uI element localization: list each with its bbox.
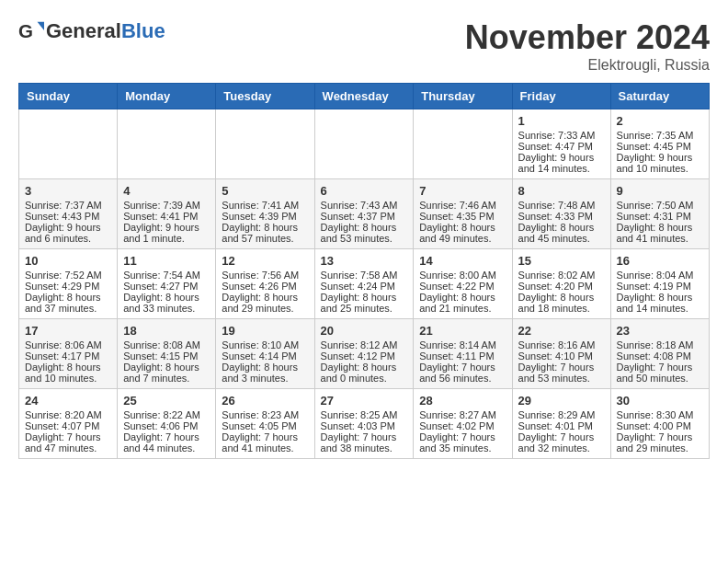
calendar-cell: 27Sunrise: 8:25 AMSunset: 4:03 PMDayligh… — [314, 389, 414, 459]
calendar-cell: 25Sunrise: 8:22 AMSunset: 4:06 PMDayligh… — [118, 389, 216, 459]
weekday-header-monday: Monday — [118, 84, 216, 109]
day-info: Sunrise: 8:10 AM — [222, 339, 308, 350]
day-info: Sunrise: 7:41 AM — [222, 200, 308, 211]
day-number: 14 — [419, 254, 506, 268]
day-info: Daylight: 8 hours and 25 minutes. — [321, 292, 408, 314]
calendar-cell: 4Sunrise: 7:39 AMSunset: 4:41 PMDaylight… — [118, 179, 216, 249]
day-info: Daylight: 7 hours and 35 minutes. — [419, 431, 506, 454]
logo-text: GeneralBlue — [46, 21, 165, 41]
day-number: 29 — [518, 394, 605, 408]
calendar-row: 3Sunrise: 7:37 AMSunset: 4:43 PMDaylight… — [19, 179, 710, 249]
calendar-body: 1Sunrise: 7:33 AMSunset: 4:47 PMDaylight… — [19, 109, 710, 459]
day-info: Sunrise: 7:58 AM — [321, 270, 408, 281]
calendar-cell: 11Sunrise: 7:54 AMSunset: 4:27 PMDayligh… — [118, 249, 216, 319]
day-info: Sunrise: 7:39 AM — [123, 200, 210, 211]
day-info: Daylight: 8 hours and 53 minutes. — [321, 222, 408, 244]
weekday-header-tuesday: Tuesday — [216, 84, 314, 109]
calendar-cell: 30Sunrise: 8:30 AMSunset: 4:00 PMDayligh… — [610, 389, 709, 459]
day-info: Sunset: 4:37 PM — [321, 211, 408, 222]
day-number: 8 — [518, 184, 605, 198]
calendar-cell: 8Sunrise: 7:48 AMSunset: 4:33 PMDaylight… — [512, 179, 610, 249]
calendar-cell — [216, 109, 314, 179]
day-number: 19 — [222, 324, 308, 338]
day-info: Daylight: 8 hours and 29 minutes. — [222, 292, 308, 314]
day-number: 25 — [123, 394, 210, 408]
calendar-row: 10Sunrise: 7:52 AMSunset: 4:29 PMDayligh… — [19, 249, 710, 319]
day-info: Daylight: 9 hours and 10 minutes. — [617, 152, 703, 174]
day-info: Daylight: 7 hours and 56 minutes. — [419, 362, 506, 384]
day-info: Sunset: 4:14 PM — [222, 350, 308, 362]
day-info: Sunrise: 8:29 AM — [518, 409, 605, 420]
calendar-cell: 23Sunrise: 8:18 AMSunset: 4:08 PMDayligh… — [610, 319, 709, 389]
day-info: Sunset: 4:03 PM — [321, 420, 408, 431]
day-info: Sunrise: 8:25 AM — [321, 409, 408, 420]
logo: G GeneralBlue — [18, 18, 165, 44]
day-info: Sunset: 4:11 PM — [419, 350, 506, 362]
day-info: Sunset: 4:10 PM — [518, 350, 605, 362]
logo-blue-text: Blue — [121, 19, 165, 42]
calendar-cell: 24Sunrise: 8:20 AMSunset: 4:07 PMDayligh… — [19, 389, 118, 459]
day-info: Sunrise: 8:08 AM — [123, 339, 210, 350]
day-info: Sunrise: 8:22 AM — [123, 409, 210, 420]
day-info: Daylight: 8 hours and 37 minutes. — [25, 292, 111, 314]
calendar-cell: 16Sunrise: 8:04 AMSunset: 4:19 PMDayligh… — [610, 249, 709, 319]
day-info: Sunrise: 8:04 AM — [617, 270, 703, 281]
day-number: 10 — [25, 254, 111, 268]
day-info: Sunset: 4:06 PM — [123, 420, 210, 431]
day-info: Daylight: 8 hours and 57 minutes. — [222, 222, 308, 244]
day-info: Sunset: 4:47 PM — [518, 141, 605, 152]
calendar-cell: 29Sunrise: 8:29 AMSunset: 4:01 PMDayligh… — [512, 389, 610, 459]
calendar-cell — [19, 109, 118, 179]
day-number: 24 — [25, 394, 111, 408]
calendar-cell: 10Sunrise: 7:52 AMSunset: 4:29 PMDayligh… — [19, 249, 118, 319]
day-number: 22 — [518, 324, 605, 338]
calendar-cell: 17Sunrise: 8:06 AMSunset: 4:17 PMDayligh… — [19, 319, 118, 389]
day-number: 17 — [25, 324, 111, 338]
day-number: 13 — [321, 254, 408, 268]
day-info: Sunrise: 8:14 AM — [419, 339, 506, 350]
day-number: 11 — [123, 254, 210, 268]
day-info: Daylight: 7 hours and 53 minutes. — [518, 362, 605, 384]
calendar-cell: 22Sunrise: 8:16 AMSunset: 4:10 PMDayligh… — [512, 319, 610, 389]
day-info: Sunset: 4:19 PM — [617, 281, 703, 292]
weekday-header-row: SundayMondayTuesdayWednesdayThursdayFrid… — [19, 84, 710, 109]
calendar-row: 1Sunrise: 7:33 AMSunset: 4:47 PMDaylight… — [19, 109, 710, 179]
day-info: Sunrise: 7:46 AM — [419, 200, 506, 211]
day-info: Sunrise: 7:56 AM — [222, 270, 308, 281]
day-info: Daylight: 7 hours and 41 minutes. — [222, 431, 308, 454]
day-number: 5 — [222, 184, 308, 198]
calendar-cell — [414, 109, 512, 179]
calendar-cell: 6Sunrise: 7:43 AMSunset: 4:37 PMDaylight… — [314, 179, 414, 249]
day-info: Sunrise: 7:43 AM — [321, 200, 408, 211]
calendar-cell: 14Sunrise: 8:00 AMSunset: 4:22 PMDayligh… — [414, 249, 512, 319]
day-info: Daylight: 8 hours and 45 minutes. — [518, 222, 605, 244]
day-info: Sunset: 4:27 PM — [123, 281, 210, 292]
calendar-cell: 20Sunrise: 8:12 AMSunset: 4:12 PMDayligh… — [314, 319, 414, 389]
day-info: Sunrise: 7:48 AM — [518, 200, 605, 211]
calendar-table: SundayMondayTuesdayWednesdayThursdayFrid… — [18, 83, 710, 459]
day-number: 23 — [617, 324, 703, 338]
day-info: Sunrise: 7:50 AM — [617, 200, 703, 211]
day-info: Sunrise: 8:23 AM — [222, 409, 308, 420]
calendar-cell: 15Sunrise: 8:02 AMSunset: 4:20 PMDayligh… — [512, 249, 610, 319]
calendar-row: 17Sunrise: 8:06 AMSunset: 4:17 PMDayligh… — [19, 319, 710, 389]
calendar-cell: 2Sunrise: 7:35 AMSunset: 4:45 PMDaylight… — [610, 109, 709, 179]
day-info: Sunset: 4:08 PM — [617, 350, 703, 362]
day-info: Daylight: 8 hours and 18 minutes. — [518, 292, 605, 314]
calendar-row: 24Sunrise: 8:20 AMSunset: 4:07 PMDayligh… — [19, 389, 710, 459]
day-number: 12 — [222, 254, 308, 268]
day-info: Sunrise: 7:37 AM — [25, 200, 111, 211]
day-number: 28 — [419, 394, 506, 408]
calendar-cell — [118, 109, 216, 179]
day-info: Daylight: 8 hours and 21 minutes. — [419, 292, 506, 314]
day-info: Sunset: 4:20 PM — [518, 281, 605, 292]
day-number: 4 — [123, 184, 210, 198]
day-info: Sunset: 4:24 PM — [321, 281, 408, 292]
calendar-cell: 19Sunrise: 8:10 AMSunset: 4:14 PMDayligh… — [216, 319, 314, 389]
day-info: Sunset: 4:31 PM — [617, 211, 703, 222]
day-info: Sunset: 4:02 PM — [419, 420, 506, 431]
day-info: Daylight: 8 hours and 3 minutes. — [222, 362, 308, 384]
day-info: Daylight: 7 hours and 29 minutes. — [617, 431, 703, 454]
day-number: 6 — [321, 184, 408, 198]
day-info: Sunset: 4:15 PM — [123, 350, 210, 362]
